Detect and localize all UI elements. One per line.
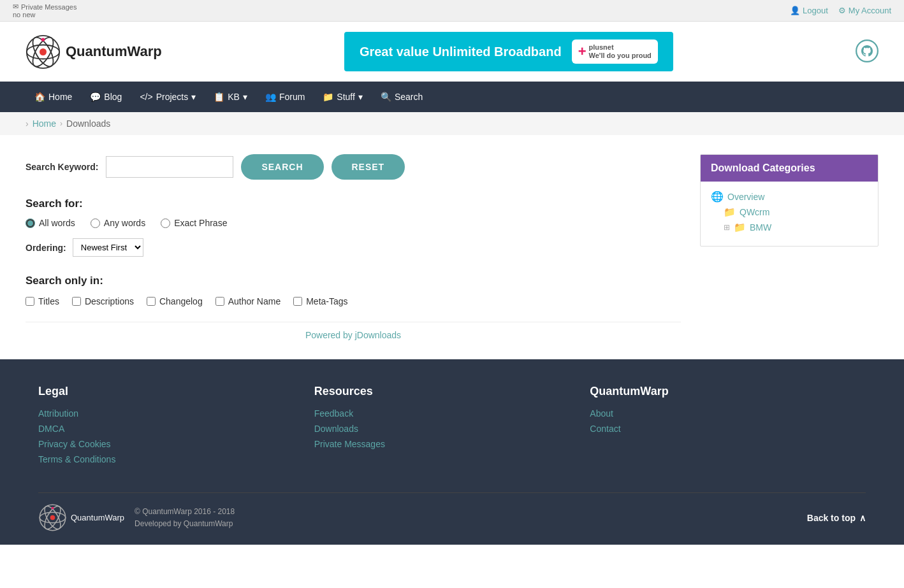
banner-tagline: We'll do you proud — [588, 52, 651, 59]
github-link-wrapper[interactable] — [856, 39, 878, 64]
footer-contact-link[interactable]: Contact — [590, 424, 866, 434]
checkbox-descriptions-label: Descriptions — [85, 296, 134, 306]
top-bar-left: ✉ Private Messages no new — [13, 3, 77, 18]
search-button[interactable]: SEARCH — [241, 154, 323, 180]
checkbox-titles[interactable]: Titles — [26, 296, 59, 306]
breadcrumb-home-link[interactable]: Home — [33, 118, 56, 129]
banner-text: Great value Unlimited Broadband — [360, 45, 562, 59]
private-messages-link[interactable]: ✉ Private Messages — [13, 3, 77, 11]
nav-item-search: 🔍 Search — [372, 82, 432, 112]
footer-legal-col: Legal Attribution DMCA Privacy & Cookies… — [38, 385, 314, 470]
footer-attribution-link[interactable]: Attribution — [38, 408, 314, 419]
nav-link-home[interactable]: 🏠 Home — [26, 82, 81, 112]
logout-link[interactable]: 👤 Logout — [790, 6, 828, 15]
chevron-down-icon-kb: ▾ — [243, 92, 247, 102]
footer-dmca-link[interactable]: DMCA — [38, 424, 314, 434]
chevron-up-icon: ∧ — [859, 513, 866, 523]
sidebar-item-bmw[interactable]: ⊞ 📁 BMW — [724, 222, 868, 233]
footer-bottom-left: QuantumWarp © QuantumWarp 2016 - 2018 De… — [38, 503, 235, 532]
ordering-row: Ordering: Newest First Oldest First Name… — [26, 238, 681, 257]
radio-any-words-input[interactable] — [91, 219, 100, 228]
banner-ad[interactable]: Great value Unlimited Broadband + plusne… — [344, 32, 673, 71]
footer-terms-link[interactable]: Terms & Conditions — [38, 454, 314, 464]
logout-label: Logout — [803, 6, 828, 15]
footer-feedback-link[interactable]: Feedback — [314, 408, 590, 419]
back-to-top-link[interactable]: Back to top ∧ — [807, 513, 866, 523]
radio-any-words[interactable]: Any words — [91, 218, 145, 228]
checkbox-author-name-input[interactable] — [215, 297, 224, 306]
sidebar-sub-items: 📁 QWcrm ⊞ 📁 BMW — [724, 206, 868, 233]
nav-link-forum[interactable]: 👥 Forum — [256, 82, 314, 112]
blog-icon: 💬 — [90, 92, 101, 102]
search-only-label: Search only in: — [26, 275, 681, 287]
nav-link-kb[interactable]: 📋 KB ▾ — [205, 82, 256, 112]
nav-label-projects: Projects — [156, 92, 189, 102]
main-nav: 🏠 Home 💬 Blog </> Projects ▾ 📋 KB ▾ — [0, 82, 904, 112]
nav-link-blog[interactable]: 💬 Blog — [81, 82, 131, 112]
checkbox-changelog[interactable]: Changelog — [147, 296, 203, 306]
search-keyword-input[interactable] — [106, 156, 233, 178]
plus-sign: + — [578, 43, 587, 60]
radio-exact-phrase[interactable]: Exact Phrase — [161, 218, 227, 228]
footer-privacy-link[interactable]: Privacy & Cookies — [38, 439, 314, 449]
checkbox-descriptions[interactable]: Descriptions — [72, 296, 134, 306]
footer: Legal Attribution DMCA Privacy & Cookies… — [0, 359, 904, 545]
checkbox-titles-input[interactable] — [26, 297, 34, 306]
footer-site-name: QuantumWarp — [71, 513, 124, 522]
no-new-label: no new — [13, 11, 77, 18]
chevron-down-icon-stuff: ▾ — [358, 92, 363, 102]
nav-link-stuff[interactable]: 📁 Stuff ▾ — [314, 82, 372, 112]
radio-all-words[interactable]: All words — [26, 218, 75, 228]
breadcrumb-bar: › Home › Downloads — [0, 112, 904, 135]
powered-by: Powered by jDownloads — [26, 322, 681, 340]
checkbox-changelog-label: Changelog — [159, 296, 203, 306]
developed-by-text: Developed by QuantumWarp — [135, 518, 235, 530]
breadcrumb-chevron-icon: › — [26, 118, 29, 129]
nav-item-home: 🏠 Home — [26, 82, 81, 112]
ordering-select[interactable]: Newest First Oldest First Name A-Z Name … — [73, 238, 143, 257]
private-messages-label: Private Messages — [21, 3, 77, 11]
footer-legal-title: Legal — [38, 385, 314, 398]
radio-exact-phrase-input[interactable] — [161, 219, 170, 228]
footer-private-messages-link[interactable]: Private Messages — [314, 439, 590, 449]
nav-item-kb: 📋 KB ▾ — [205, 82, 256, 112]
nav-link-projects[interactable]: </> Projects ▾ — [131, 82, 205, 112]
sidebar-panel-header: Download Categories — [701, 155, 878, 182]
powered-by-link[interactable]: Powered by jDownloads — [305, 330, 401, 340]
reset-button[interactable]: RESET — [332, 154, 405, 180]
overview-icon: 🌐 — [711, 190, 724, 203]
radio-all-words-label: All words — [39, 218, 75, 228]
overview-link[interactable]: Overview — [727, 192, 764, 202]
nav-item-stuff: 📁 Stuff ▾ — [314, 82, 372, 112]
my-account-link[interactable]: ⚙ My Account — [838, 6, 891, 15]
nav-item-projects: </> Projects ▾ — [131, 82, 205, 112]
svg-point-4 — [40, 48, 47, 55]
checkbox-meta-tags[interactable]: Meta-Tags — [293, 296, 347, 306]
sidebar-item-qwcrm[interactable]: 📁 QWcrm — [724, 206, 868, 218]
sidebar-item-overview[interactable]: 🌐 Overview — [711, 190, 868, 203]
checkbox-meta-tags-label: Meta-Tags — [306, 296, 347, 306]
nav-label-stuff: Stuff — [337, 92, 355, 102]
sidebar-panel-body: 🌐 Overview 📁 QWcrm ⊞ 📁 BMW — [701, 182, 878, 246]
qwcrm-link[interactable]: QWcrm — [740, 207, 769, 217]
bmw-link[interactable]: BMW — [750, 222, 771, 233]
nav-label-search: Search — [395, 92, 423, 102]
ordering-label: Ordering: — [26, 243, 66, 253]
checkbox-descriptions-input[interactable] — [72, 297, 81, 306]
my-account-label: My Account — [849, 6, 891, 15]
nav-link-search[interactable]: 🔍 Search — [372, 82, 432, 112]
footer-downloads-link[interactable]: Downloads — [314, 424, 590, 434]
radio-group: All words Any words Exact Phrase — [26, 218, 681, 228]
footer-logo: QuantumWarp — [38, 503, 124, 532]
nav-label-home: Home — [48, 92, 72, 102]
site-logo[interactable]: QuantumWarp — [26, 34, 162, 69]
checkbox-author-name[interactable]: Author Name — [215, 296, 281, 306]
radio-all-words-input[interactable] — [26, 219, 35, 228]
search-keyword-row: Search Keyword: SEARCH RESET — [26, 154, 681, 180]
breadcrumb-current: Downloads — [66, 118, 110, 129]
checkbox-changelog-input[interactable] — [147, 297, 156, 306]
footer-about-link[interactable]: About — [590, 408, 866, 419]
checkbox-meta-tags-input[interactable] — [293, 297, 302, 306]
folder-icon-bmw: 📁 — [734, 222, 746, 233]
footer-qw-title: QuantumWarp — [590, 385, 866, 398]
